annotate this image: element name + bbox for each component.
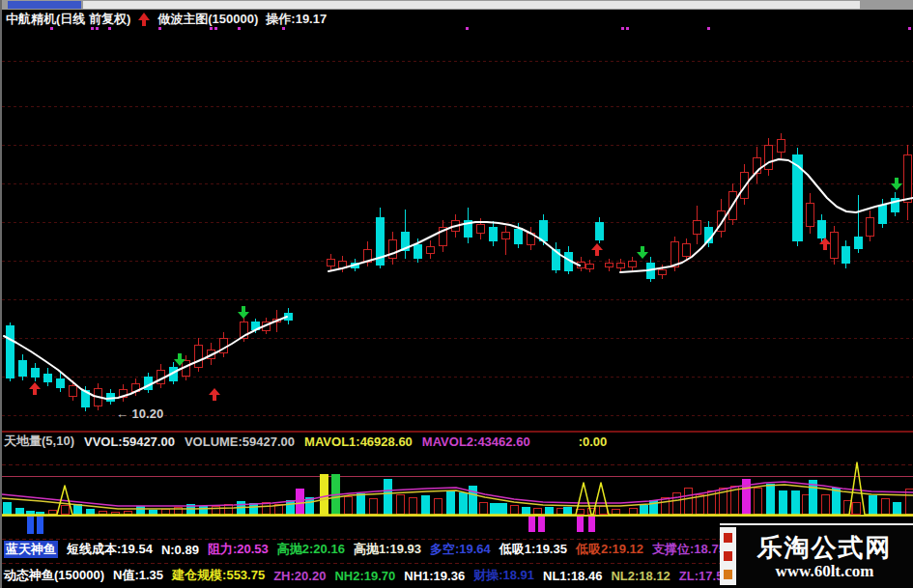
operation-value: 操作:19.17 — [266, 11, 327, 28]
lantian-item-9: 支撑位:18.75 — [652, 541, 726, 558]
dongtai-item-4: NH2:19.70 — [334, 569, 395, 583]
signal-dot — [626, 27, 629, 30]
dongtai-item-2: 建仓规模:553.75 — [172, 567, 265, 584]
volume-header-item-4: MAVOL2:43462.60 — [422, 434, 530, 449]
volume-header-item-2: VOLUME:59427.00 — [185, 434, 295, 449]
indicator-row-lantianshenyu[interactable]: 蓝天神鱼短线成本:19.54N:0.89阻力:20.53高抛2:20.16高抛1… — [4, 537, 726, 562]
signal-dot — [707, 27, 710, 30]
lantian-item-2: N:0.89 — [161, 543, 199, 557]
price-low-label: ← 10.20 — [116, 406, 163, 421]
volume-header-item-3: MAVOL1:46928.60 — [304, 434, 413, 449]
signal-dot — [621, 27, 624, 30]
lantian-item-4: 高抛2:20.16 — [277, 541, 345, 558]
dongtai-item-0: 动态神鱼(150000) — [4, 567, 104, 584]
indicator-row-dongtaishenyu[interactable]: 动态神鱼(150000)N值:1.35建仓规模:553.75ZH:20.20NH… — [4, 564, 730, 587]
signal-dot — [908, 27, 911, 30]
dongtai-item-8: NL2:18.12 — [611, 569, 670, 583]
dongtai-item-5: NH1:19.36 — [404, 569, 465, 583]
chart-header: 中航精机(日线 前复权) 做波主图(150000) 操作:19.17 — [6, 12, 327, 27]
watermark-url: www.60lt.com — [776, 562, 874, 581]
volume-indicator-header: 天地量(5,10)VVOL:59427.00VOLUME:59427.00MAV… — [4, 434, 607, 449]
stock-title: 中航精机(日线 前复权) — [6, 11, 130, 28]
lantian-item-0: 蓝天神鱼 — [4, 541, 58, 558]
lantian-item-1: 短线成本:19.54 — [67, 541, 153, 558]
lantian-item-6: 多空:19.64 — [430, 541, 491, 558]
watermark-text: 乐淘公式网 www.60lt.com — [736, 525, 913, 588]
watermark-box: 乐淘公式网 www.60lt.com — [720, 523, 913, 588]
app-window: 中航精机(日线 前复权) 做波主图(150000) 操作:19.17 ← 10.… — [0, 0, 913, 588]
lantian-item-8: 低吸2:19.12 — [576, 541, 643, 558]
volume-header-item-0: 天地量(5,10) — [4, 433, 74, 450]
seal-banner — [720, 527, 736, 585]
signal-dot — [466, 27, 469, 30]
dongtai-item-6: 财操:18.91 — [473, 567, 534, 584]
lantian-item-5: 高抛1:19.93 — [354, 541, 421, 558]
signal-dots-layer — [2, 0, 913, 588]
volume-header-item-1: VVOL:59427.00 — [84, 434, 175, 449]
dongtai-item-7: NL1:18.46 — [543, 569, 602, 583]
watermark-site-name: 乐淘公式网 — [757, 533, 893, 562]
volume-header-item-5: :0.00 — [579, 434, 608, 449]
lantian-item-3: 阻力:20.53 — [208, 541, 269, 558]
dongtai-item-1: N值:1.35 — [113, 567, 163, 584]
lantian-item-7: 低吸1:19.35 — [499, 541, 567, 558]
dongtai-item-3: ZH:20.20 — [273, 569, 326, 583]
formula-name: 做波主图(150000) — [157, 11, 258, 28]
up-arrow-icon — [138, 13, 150, 26]
